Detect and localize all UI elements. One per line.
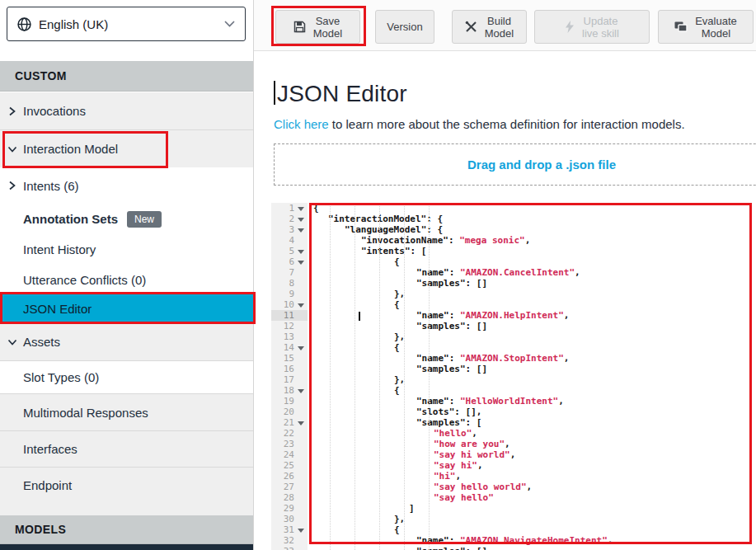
code-line[interactable]: 11"name": "AMAZON.HelpIntent", — [271, 310, 756, 321]
code-line[interactable]: 22"hello", — [271, 428, 756, 439]
code-line[interactable]: 25"say hi", — [271, 460, 756, 471]
fold-arrow-icon[interactable] — [298, 250, 304, 254]
line-number[interactable]: 26 — [271, 471, 308, 482]
code-area[interactable]: 1{2"interactionModel": {3"languageModel"… — [271, 203, 756, 550]
line-number[interactable]: 30 — [271, 514, 308, 524]
code-line[interactable]: 8"samples": [] — [271, 278, 756, 289]
line-number[interactable]: 14 — [271, 342, 308, 353]
fold-arrow-icon[interactable] — [298, 303, 304, 308]
code-editor[interactable]: 1{2"interactionModel": {3"languageModel"… — [271, 203, 756, 550]
line-number[interactable]: 3 — [271, 224, 308, 235]
line-number[interactable]: 8 — [271, 278, 308, 289]
code-line[interactable]: 32"name": "AMAZON.NavigateHomeIntent", — [271, 535, 756, 546]
line-number[interactable]: 1 — [271, 203, 308, 214]
line-number[interactable]: 15 — [271, 353, 308, 364]
sidebar-item-assets[interactable]: Assets — [0, 322, 253, 361]
code-line[interactable]: 29] — [271, 503, 756, 514]
code-line[interactable]: 18{ — [271, 385, 756, 396]
code-line[interactable]: 9}, — [271, 289, 756, 299]
code-line[interactable]: 5"intents": [ — [271, 246, 756, 256]
custom-section-label: CUSTOM — [15, 69, 67, 82]
code-line[interactable]: 15"name": "AMAZON.StopIntent", — [271, 353, 756, 364]
fold-arrow-icon[interactable] — [298, 228, 304, 233]
code-line[interactable]: 27"say hello world", — [271, 482, 756, 492]
code-line[interactable]: 28"say hello" — [271, 492, 756, 503]
build-model-button[interactable]: BuildModel — [452, 10, 527, 44]
sidebar-item-annotation-sets[interactable]: Annotation Sets New — [0, 204, 253, 234]
save-model-button[interactable]: SaveModel — [275, 10, 360, 44]
line-number[interactable]: 25 — [271, 460, 308, 471]
code-line[interactable]: 30}, — [271, 514, 756, 524]
line-number[interactable]: 2 — [271, 214, 308, 224]
code-line[interactable]: 13}, — [271, 331, 756, 342]
line-number[interactable]: 33 — [271, 546, 308, 550]
line-number[interactable]: 22 — [271, 428, 308, 439]
line-number[interactable]: 6 — [271, 256, 308, 267]
evaluate-model-button[interactable]: EvaluateModel — [658, 10, 754, 44]
sidebar-item-endpoint[interactable]: Endpoint — [0, 468, 253, 515]
code-line[interactable]: 19"name": "HelloWorldIntent", — [271, 396, 756, 407]
code-line[interactable]: 17}, — [271, 374, 756, 385]
code-line[interactable]: 31{ — [271, 524, 756, 535]
fold-arrow-icon[interactable] — [298, 421, 304, 425]
code-line[interactable]: 6{ — [271, 256, 756, 267]
line-number[interactable]: 20 — [271, 407, 308, 417]
update-live-skill-button[interactable]: Updatelive skill — [534, 10, 650, 44]
line-number[interactable]: 11 — [271, 310, 308, 321]
line-number[interactable]: 5 — [271, 246, 308, 256]
click-here-link[interactable]: Click here — [274, 117, 329, 131]
line-number[interactable]: 9 — [271, 289, 308, 299]
line-number[interactable]: 21 — [271, 417, 308, 428]
code-line[interactable]: 12"samples": [] — [271, 321, 756, 331]
line-number[interactable]: 32 — [271, 535, 308, 546]
code-line[interactable]: 7"name": "AMAZON.CancelIntent", — [271, 267, 756, 278]
code-line[interactable]: 24"say hi world", — [271, 449, 756, 460]
fold-arrow-icon[interactable] — [298, 346, 304, 350]
fold-arrow-icon[interactable] — [298, 207, 304, 211]
line-number[interactable]: 4 — [271, 235, 308, 246]
language-selector[interactable]: English (UK) — [7, 7, 246, 41]
fold-arrow-icon[interactable] — [298, 261, 304, 265]
fold-arrow-icon[interactable] — [298, 529, 304, 533]
json-dropzone[interactable]: Drag and drop a .json file — [274, 143, 756, 186]
line-number[interactable]: 17 — [271, 374, 308, 385]
code-line[interactable]: 10{ — [271, 299, 756, 310]
sidebar-item-slot-types[interactable]: Slot Types (0) — [0, 361, 253, 394]
code-line[interactable]: 16"samples": [] — [271, 364, 756, 374]
code-line[interactable]: 1{ — [271, 203, 756, 214]
fold-arrow-icon[interactable] — [298, 389, 304, 393]
line-number[interactable]: 27 — [271, 482, 308, 492]
line-number[interactable]: 28 — [271, 492, 308, 503]
line-number[interactable]: 19 — [271, 396, 308, 407]
code-line[interactable]: 23"how are you", — [271, 439, 756, 449]
line-number[interactable]: 18 — [271, 385, 308, 396]
sidebar-item-json-editor[interactable]: JSON Editor — [0, 294, 253, 322]
code-line[interactable]: 2"interactionModel": { — [271, 214, 756, 224]
code-line[interactable]: 14{ — [271, 342, 756, 353]
line-number[interactable]: 12 — [271, 321, 308, 331]
fold-arrow-icon[interactable] — [298, 218, 304, 222]
version-button[interactable]: Version — [375, 10, 434, 44]
sidebar-item-interfaces[interactable]: Interfaces — [0, 431, 253, 468]
line-number[interactable]: 29 — [271, 503, 308, 514]
sidebar-item-intents[interactable]: Intents (6) — [0, 167, 253, 204]
line-number[interactable]: 16 — [271, 364, 308, 374]
line-number[interactable]: 10 — [271, 299, 308, 310]
code-text: "name": "HelloWorldIntent", — [308, 396, 564, 407]
code-line[interactable]: 33"samples": [] — [271, 546, 756, 550]
code-line[interactable]: 20"slots": [], — [271, 407, 756, 417]
line-number[interactable]: 23 — [271, 439, 308, 449]
code-line[interactable]: 4"invocationName": "mega sonic", — [271, 235, 756, 246]
sidebar-item-multimodal-responses[interactable]: Multimodal Responses — [0, 394, 253, 431]
sidebar-item-interaction-model[interactable]: Interaction Model — [0, 130, 253, 167]
sidebar-item-invocations[interactable]: Invocations — [0, 92, 253, 130]
line-number[interactable]: 13 — [271, 331, 308, 342]
line-number[interactable]: 31 — [271, 524, 308, 535]
line-number[interactable]: 7 — [271, 267, 308, 278]
line-number[interactable]: 24 — [271, 449, 308, 460]
sidebar-item-utterance-conflicts[interactable]: Utterance Conflicts (0) — [0, 265, 253, 294]
code-line[interactable]: 26"hi", — [271, 471, 756, 482]
code-line[interactable]: 21"samples": [ — [271, 417, 756, 428]
sidebar-item-intent-history[interactable]: Intent History — [0, 234, 253, 265]
code-line[interactable]: 3"languageModel": { — [271, 224, 756, 235]
